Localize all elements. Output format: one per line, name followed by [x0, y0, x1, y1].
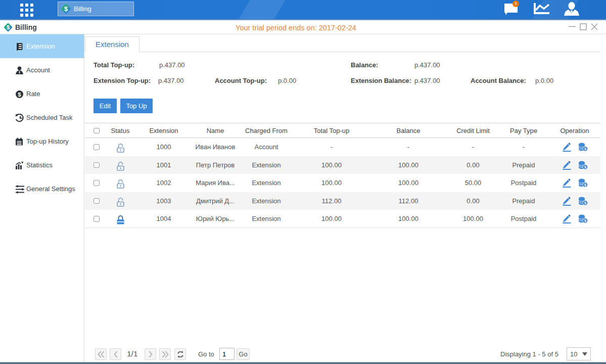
svg-text:$: $: [18, 92, 21, 98]
svg-text:$: $: [584, 147, 587, 151]
svg-text:$: $: [584, 218, 587, 223]
svg-text:$: $: [584, 183, 587, 187]
svg-text:$: $: [64, 5, 68, 13]
svg-text:$: $: [584, 165, 587, 169]
svg-text:$: $: [584, 201, 587, 205]
